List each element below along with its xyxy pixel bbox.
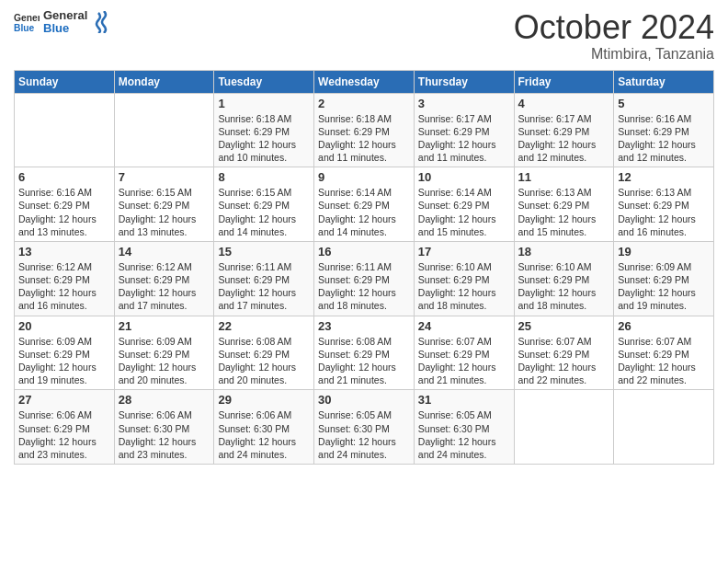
weekday-header: Sunday [15,70,115,93]
day-info: Sunrise: 6:06 AMSunset: 6:30 PMDaylight:… [218,408,310,461]
day-number: 6 [18,170,110,184]
logo-blue: Blue [43,22,87,35]
day-number: 16 [318,245,410,259]
calendar-cell: 2 Sunrise: 6:18 AMSunset: 6:29 PMDayligh… [314,93,415,167]
day-number: 7 [119,170,210,184]
calendar-table: SundayMondayTuesdayWednesdayThursdayFrid… [14,70,714,465]
day-number: 26 [618,319,710,333]
day-number: 30 [318,393,410,407]
calendar-cell: 10 Sunrise: 6:14 AMSunset: 6:29 PMDaylig… [414,167,514,242]
logo: General Blue General Blue [14,9,109,36]
day-number: 13 [18,245,110,259]
day-info: Sunrise: 6:13 AMSunset: 6:29 PMDaylight:… [518,186,610,238]
location-title: Mtimbira, Tanzania [514,46,714,63]
weekday-header-row: SundayMondayTuesdayWednesdayThursdayFrid… [15,70,714,93]
weekday-header: Wednesday [314,70,415,93]
svg-text:General: General [14,13,40,23]
calendar-week-row: 27 Sunrise: 6:06 AMSunset: 6:29 PMDaylig… [15,390,714,465]
calendar-cell: 12 Sunrise: 6:13 AMSunset: 6:29 PMDaylig… [614,167,714,242]
day-info: Sunrise: 6:16 AMSunset: 6:29 PMDaylight:… [18,186,110,238]
day-number: 27 [18,393,110,407]
day-number: 9 [318,170,410,184]
day-info: Sunrise: 6:18 AMSunset: 6:29 PMDaylight:… [318,112,410,165]
logo-icon: General Blue [14,9,40,35]
day-info: Sunrise: 6:05 AMSunset: 6:30 PMDaylight:… [418,408,510,461]
day-number: 28 [119,393,210,407]
calendar-cell: 21 Sunrise: 6:09 AMSunset: 6:29 PMDaylig… [114,316,214,390]
day-number: 2 [318,97,410,110]
day-info: Sunrise: 6:14 AMSunset: 6:29 PMDaylight:… [418,186,510,238]
day-info: Sunrise: 6:06 AMSunset: 6:29 PMDaylight:… [18,408,110,461]
calendar-cell: 31 Sunrise: 6:05 AMSunset: 6:30 PMDaylig… [414,390,514,465]
day-info: Sunrise: 6:07 AMSunset: 6:29 PMDaylight:… [418,335,510,387]
day-info: Sunrise: 6:06 AMSunset: 6:30 PMDaylight:… [119,408,210,461]
calendar-cell [614,390,714,465]
day-info: Sunrise: 6:18 AMSunset: 6:29 PMDaylight:… [218,112,310,165]
day-info: Sunrise: 6:09 AMSunset: 6:29 PMDaylight:… [119,335,210,387]
day-number: 25 [518,319,610,333]
calendar-cell: 15 Sunrise: 6:11 AMSunset: 6:29 PMDaylig… [214,241,314,316]
weekday-header: Monday [114,70,214,93]
calendar-cell: 20 Sunrise: 6:09 AMSunset: 6:29 PMDaylig… [15,316,115,390]
calendar-cell: 22 Sunrise: 6:08 AMSunset: 6:29 PMDaylig… [214,316,314,390]
day-number: 11 [518,170,610,184]
calendar-week-row: 13 Sunrise: 6:12 AMSunset: 6:29 PMDaylig… [15,241,714,316]
day-info: Sunrise: 6:12 AMSunset: 6:29 PMDaylight:… [18,260,110,313]
calendar-cell: 23 Sunrise: 6:08 AMSunset: 6:29 PMDaylig… [314,316,415,390]
day-info: Sunrise: 6:10 AMSunset: 6:29 PMDaylight:… [518,260,610,313]
calendar-cell: 14 Sunrise: 6:12 AMSunset: 6:29 PMDaylig… [114,241,214,316]
calendar-cell: 28 Sunrise: 6:06 AMSunset: 6:30 PMDaylig… [114,390,214,465]
day-info: Sunrise: 6:15 AMSunset: 6:29 PMDaylight:… [119,186,210,238]
day-number: 22 [218,319,310,333]
day-number: 29 [218,393,310,407]
day-info: Sunrise: 6:14 AMSunset: 6:29 PMDaylight:… [318,186,410,238]
logo-wave-icon [91,11,109,33]
calendar-cell: 6 Sunrise: 6:16 AMSunset: 6:29 PMDayligh… [15,167,115,242]
calendar-cell: 3 Sunrise: 6:17 AMSunset: 6:29 PMDayligh… [414,93,514,167]
day-info: Sunrise: 6:07 AMSunset: 6:29 PMDaylight:… [618,335,710,387]
day-info: Sunrise: 6:17 AMSunset: 6:29 PMDaylight:… [418,112,510,165]
calendar-cell: 18 Sunrise: 6:10 AMSunset: 6:29 PMDaylig… [514,241,614,316]
day-info: Sunrise: 6:05 AMSunset: 6:30 PMDaylight:… [318,408,410,461]
day-number: 14 [119,245,210,259]
day-info: Sunrise: 6:15 AMSunset: 6:29 PMDaylight:… [218,186,310,238]
calendar-week-row: 20 Sunrise: 6:09 AMSunset: 6:29 PMDaylig… [15,316,714,390]
calendar-cell: 13 Sunrise: 6:12 AMSunset: 6:29 PMDaylig… [15,241,115,316]
day-number: 5 [618,97,710,110]
calendar-cell: 24 Sunrise: 6:07 AMSunset: 6:29 PMDaylig… [414,316,514,390]
day-info: Sunrise: 6:11 AMSunset: 6:29 PMDaylight:… [218,260,310,313]
calendar-cell [114,93,214,167]
day-info: Sunrise: 6:16 AMSunset: 6:29 PMDaylight:… [618,112,710,165]
day-number: 8 [218,170,310,184]
day-number: 19 [618,245,710,259]
calendar-cell: 19 Sunrise: 6:09 AMSunset: 6:29 PMDaylig… [614,241,714,316]
calendar-cell: 7 Sunrise: 6:15 AMSunset: 6:29 PMDayligh… [114,167,214,242]
weekday-header: Tuesday [214,70,314,93]
day-number: 4 [518,97,610,110]
day-info: Sunrise: 6:09 AMSunset: 6:29 PMDaylight:… [18,335,110,387]
day-number: 15 [218,245,310,259]
weekday-header: Saturday [614,70,714,93]
calendar-cell: 26 Sunrise: 6:07 AMSunset: 6:29 PMDaylig… [614,316,714,390]
day-number: 21 [119,319,210,333]
day-info: Sunrise: 6:13 AMSunset: 6:29 PMDaylight:… [618,186,710,238]
day-number: 12 [618,170,710,184]
day-info: Sunrise: 6:08 AMSunset: 6:29 PMDaylight:… [218,335,310,387]
day-info: Sunrise: 6:07 AMSunset: 6:29 PMDaylight:… [518,335,610,387]
day-number: 31 [418,393,510,407]
calendar-cell: 25 Sunrise: 6:07 AMSunset: 6:29 PMDaylig… [514,316,614,390]
day-info: Sunrise: 6:08 AMSunset: 6:29 PMDaylight:… [318,335,410,387]
day-info: Sunrise: 6:11 AMSunset: 6:29 PMDaylight:… [318,260,410,313]
header: General Blue General Blue October 2024 M… [14,9,714,63]
calendar-cell: 5 Sunrise: 6:16 AMSunset: 6:29 PMDayligh… [614,93,714,167]
day-info: Sunrise: 6:10 AMSunset: 6:29 PMDaylight:… [418,260,510,313]
calendar-cell [15,93,115,167]
calendar-week-row: 6 Sunrise: 6:16 AMSunset: 6:29 PMDayligh… [15,167,714,242]
calendar-cell: 11 Sunrise: 6:13 AMSunset: 6:29 PMDaylig… [514,167,614,242]
calendar-week-row: 1 Sunrise: 6:18 AMSunset: 6:29 PMDayligh… [15,93,714,167]
day-info: Sunrise: 6:17 AMSunset: 6:29 PMDaylight:… [518,112,610,165]
title-area: October 2024 Mtimbira, Tanzania [514,9,714,63]
day-info: Sunrise: 6:09 AMSunset: 6:29 PMDaylight:… [618,260,710,313]
day-info: Sunrise: 6:12 AMSunset: 6:29 PMDaylight:… [119,260,210,313]
logo-general: General [43,9,87,22]
